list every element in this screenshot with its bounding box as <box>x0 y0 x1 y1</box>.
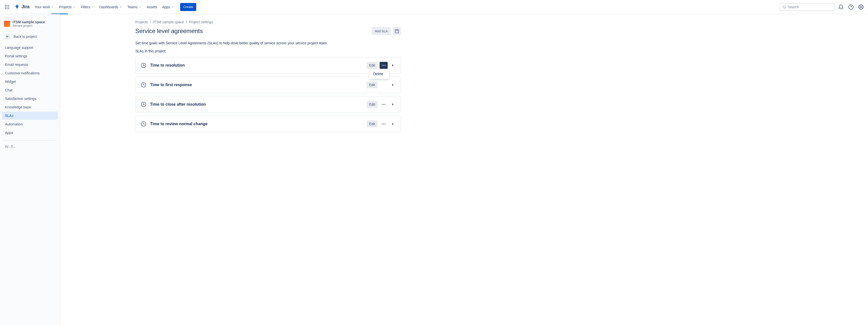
project-icon <box>4 21 10 27</box>
more-actions-button[interactable] <box>380 101 388 108</box>
sidebar-item-label: Satisfaction settings <box>5 97 36 101</box>
breadcrumb: Projects / ITSM sample space / Project s… <box>135 20 401 24</box>
svg-rect-0 <box>5 5 6 5</box>
nav-apps[interactable]: Apps <box>160 3 176 11</box>
back-arrow-icon <box>4 34 10 39</box>
settings-button[interactable] <box>857 3 865 11</box>
sidebar-item-label: Apps <box>5 131 13 135</box>
svg-rect-6 <box>5 8 6 9</box>
clock-icon <box>141 101 147 107</box>
svg-rect-3 <box>5 6 6 7</box>
sidebar-divider <box>3 140 57 140</box>
chevron-down-icon <box>138 5 142 8</box>
edit-button[interactable]: Edit <box>367 62 378 69</box>
sidebar-item-label: Portal settings <box>5 54 27 58</box>
sla-card-time-to-close-after-resolution: Time to close after resolution Edit <box>135 96 401 113</box>
edit-button[interactable]: Edit <box>367 121 378 127</box>
app-switcher-button[interactable] <box>3 3 11 11</box>
nav-assets[interactable]: Assets <box>145 3 159 11</box>
sla-right: Edit <box>367 121 396 127</box>
edit-button[interactable]: Edit <box>367 82 378 88</box>
search-box[interactable] <box>780 3 835 11</box>
gear-icon <box>858 4 864 10</box>
sla-title: Time to close after resolution <box>150 102 206 107</box>
sla-right: Edit <box>367 101 396 108</box>
sla-left: Time to close after resolution <box>141 101 206 107</box>
jira-logo-icon <box>14 4 20 10</box>
sidebar-item-label: Email requests <box>5 63 28 67</box>
chevron-down-icon <box>91 5 94 8</box>
back-to-project-link[interactable]: Back to project <box>2 32 58 41</box>
sidebar-item-label: Knowledge base <box>5 105 31 109</box>
back-label: Back to project <box>13 35 37 38</box>
expand-button[interactable] <box>390 121 396 127</box>
nav-filters[interactable]: Filters <box>79 3 96 11</box>
calendar-button[interactable] <box>393 27 401 35</box>
more-actions-button[interactable] <box>380 121 388 127</box>
sidebar-item-customer-notifications[interactable]: Customer notifications <box>2 69 58 77</box>
nav-teams[interactable]: Teams <box>125 3 144 11</box>
svg-point-29 <box>383 104 384 105</box>
svg-point-22 <box>385 65 385 66</box>
chevron-right-icon <box>390 122 395 126</box>
nav-label: Apps <box>162 5 170 9</box>
add-sla-button[interactable]: Add SLA <box>372 27 391 35</box>
svg-rect-5 <box>8 6 9 7</box>
topnav-left: Jira Your work Projects Filters Dashboar… <box>3 3 196 11</box>
svg-rect-4 <box>6 6 7 7</box>
sidebar-item-label: Chat <box>5 88 12 92</box>
edit-button[interactable]: Edit <box>367 101 378 108</box>
breadcrumb-projects[interactable]: Projects <box>135 20 148 24</box>
chevron-right-icon <box>390 83 395 87</box>
expand-button[interactable] <box>390 62 396 68</box>
sidebar-item-knowledge-base[interactable]: Knowledge base <box>2 103 58 111</box>
nav-your-work[interactable]: Your work <box>33 3 56 11</box>
project-subtitle: Service project <box>12 24 45 28</box>
sidebar-item-apps[interactable]: Apps <box>2 129 58 137</box>
help-icon <box>848 4 854 10</box>
more-actions-button[interactable] <box>380 62 388 69</box>
nav-label: Assets <box>147 5 157 9</box>
page-actions: Add SLA <box>372 27 401 35</box>
topnav-right <box>780 3 865 11</box>
sidebar-item-slas[interactable]: SLAs <box>2 112 58 120</box>
sidebar-item-email-requests[interactable]: Email requests <box>2 61 58 69</box>
bell-icon <box>838 4 844 10</box>
notifications-button[interactable] <box>837 3 845 11</box>
clock-icon <box>141 62 147 68</box>
delete-menu-item[interactable]: Delete <box>369 70 389 78</box>
expand-button[interactable] <box>390 82 396 88</box>
nav-label: Your work <box>35 5 50 9</box>
sidebar-item-automation[interactable]: Automation <box>2 120 58 128</box>
sidebar-item-chat[interactable]: Chat <box>2 86 58 94</box>
search-icon <box>782 5 786 9</box>
svg-point-21 <box>383 65 384 66</box>
jira-logo[interactable]: Jira <box>12 3 32 11</box>
clock-icon <box>141 121 147 127</box>
nav-label: Dashboards <box>99 5 118 9</box>
sidebar-item-widget[interactable]: Widget <box>2 77 58 86</box>
breadcrumb-space[interactable]: ITSM sample space <box>153 20 184 24</box>
svg-point-33 <box>383 124 384 124</box>
sidebar-item-portal-settings[interactable]: Portal settings <box>2 52 58 60</box>
search-input[interactable] <box>788 5 832 9</box>
expand-button[interactable] <box>390 101 396 107</box>
sidebar-item-label: Language support <box>5 45 33 50</box>
nav-label: Projects <box>59 5 72 9</box>
svg-rect-8 <box>8 8 9 9</box>
sidebar-item-label: SLAs <box>5 114 13 118</box>
sla-card-time-to-first-response: Time to first response Edit <box>135 76 401 93</box>
nav-dashboards[interactable]: Dashboards <box>97 3 124 11</box>
sla-right: Edit <box>367 62 396 69</box>
sla-left: Time to resolution <box>141 62 185 68</box>
breadcrumb-project-settings[interactable]: Project settings <box>189 20 213 24</box>
create-button[interactable]: Create <box>180 3 196 11</box>
nav-projects[interactable]: Projects <box>57 3 78 11</box>
help-button[interactable] <box>847 3 855 11</box>
svg-point-20 <box>382 65 383 66</box>
sidebar-item-language-support[interactable]: Language support <box>2 43 58 52</box>
sidebar-item-satisfaction-settings[interactable]: Satisfaction settings <box>2 95 58 103</box>
sla-title: Time to first response <box>150 83 192 87</box>
sidebar-item-truncated[interactable]: W...fl... <box>2 142 58 151</box>
project-header[interactable]: ITSM sample space Service project <box>2 19 58 32</box>
